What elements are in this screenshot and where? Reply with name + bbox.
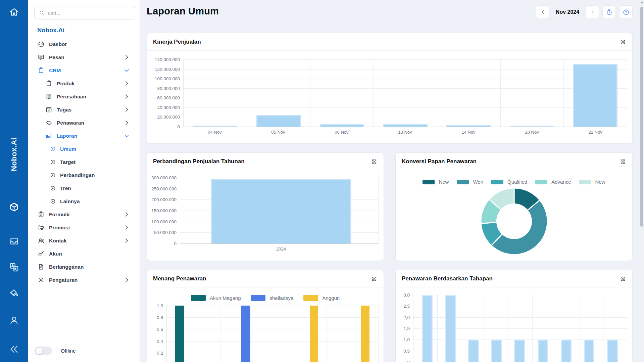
- building-icon: [45, 93, 52, 100]
- legend-item[interactable]: New: [579, 179, 605, 185]
- sidebar-item-crm[interactable]: CRM: [28, 64, 140, 77]
- gridline: [274, 306, 274, 362]
- collapse-sidebar-button[interactable]: [8, 343, 20, 355]
- period-controls: Nov 2024: [536, 5, 633, 19]
- sidebar-item-perusahaan[interactable]: Perusahaan: [28, 90, 140, 103]
- sidebar-item-formulir[interactable]: Formulir: [28, 208, 140, 221]
- y-tick: 0,5: [403, 348, 410, 353]
- timer-button[interactable]: [602, 5, 616, 19]
- bar[interactable]: [361, 306, 369, 362]
- gridline: [167, 329, 378, 329]
- bar[interactable]: [584, 340, 595, 362]
- help-button[interactable]: [619, 5, 633, 19]
- gridline: [184, 98, 627, 98]
- scrollbar-thumb[interactable]: [640, 7, 643, 227]
- legend-item[interactable]: Akun Magang: [191, 295, 241, 301]
- sidebar-item-label: Kontak: [49, 238, 67, 244]
- tahapan-chart: 3,02,52,01,51,00,50: [396, 287, 632, 362]
- bar[interactable]: [320, 124, 364, 127]
- sidebar-item-produk[interactable]: Produk: [28, 77, 140, 90]
- bar[interactable]: [491, 340, 502, 362]
- sidebar-item-tren[interactable]: Tren: [28, 182, 140, 195]
- sidebar-item-dasbor[interactable]: Dasbor: [28, 38, 140, 51]
- sidebar-item-kontak[interactable]: Kontak: [28, 234, 140, 247]
- next-month-button[interactable]: [586, 5, 599, 19]
- legend-label: New: [439, 179, 449, 185]
- expand-button[interactable]: [371, 275, 378, 282]
- scrollbar-up-arrow[interactable]: [641, 1, 643, 3]
- sidebar-item-penawaran[interactable]: Penawaran: [28, 116, 140, 129]
- sidebar-item-label: Laporan: [57, 133, 77, 139]
- legend-item[interactable]: Advance: [535, 179, 571, 185]
- sidebar-item-label: Berlangganan: [49, 264, 84, 270]
- legend-item[interactable]: Won: [457, 179, 483, 185]
- sidebar-item-umum[interactable]: Umum: [28, 142, 140, 155]
- bar[interactable]: [256, 115, 301, 127]
- search-input[interactable]: [48, 10, 132, 16]
- sidebar-item-perbandingan[interactable]: Perbandingan: [28, 169, 140, 182]
- sidebar-item-label: Promosi: [49, 225, 70, 231]
- sidebar-item-berlangganan[interactable]: Berlangganan: [28, 260, 140, 273]
- expand-button[interactable]: [620, 158, 626, 165]
- offline-toggle[interactable]: [35, 347, 52, 355]
- bar[interactable]: [241, 306, 250, 362]
- legend-item[interactable]: sheiladsya: [251, 295, 293, 301]
- y-tick: 150.000.000: [151, 208, 177, 213]
- legend-item[interactable]: Anggun: [303, 295, 340, 301]
- previous-month-button[interactable]: [536, 5, 549, 19]
- chevright-icon: [123, 106, 130, 113]
- y-tick: 0,6: [157, 327, 163, 332]
- home-button[interactable]: [8, 6, 20, 18]
- chevright-icon: [123, 119, 130, 126]
- gridline: [563, 59, 564, 127]
- bar[interactable]: [383, 124, 427, 127]
- bar[interactable]: [561, 340, 572, 362]
- card-title: Penawaran Berdasarkan Tahapan: [402, 275, 493, 282]
- bar[interactable]: [211, 179, 351, 243]
- y-tick: 0: [174, 241, 177, 246]
- search-box[interactable]: [34, 6, 136, 19]
- legend-swatch: [579, 180, 591, 184]
- y-tick: 200.000.000: [151, 197, 177, 202]
- page-title: Laporan Umum: [147, 6, 219, 17]
- bar[interactable]: [514, 340, 525, 362]
- bar[interactable]: [607, 340, 618, 362]
- sidebar-item-label: Akun: [49, 251, 62, 257]
- expand-button[interactable]: [371, 158, 378, 165]
- y-tick: 20.000.000: [157, 115, 180, 120]
- sidebar-item-pengaturan[interactable]: Pengaturan: [28, 273, 140, 286]
- bar[interactable]: [445, 295, 456, 362]
- sidebar-item-pesan[interactable]: Pesan: [28, 51, 140, 64]
- sidebar-item-lainnya[interactable]: Lainnya: [28, 195, 140, 208]
- nobox-logo-icon[interactable]: [8, 201, 20, 214]
- translate-button[interactable]: [8, 261, 20, 273]
- legend-label: Anggun: [322, 295, 340, 301]
- bar[interactable]: [310, 306, 318, 362]
- sidebar-item-laporan[interactable]: Laporan: [28, 129, 140, 142]
- gridline: [437, 295, 438, 362]
- bar[interactable]: [422, 295, 433, 362]
- vertical-scrollbar[interactable]: [639, 0, 644, 362]
- profile-button[interactable]: [8, 314, 20, 326]
- legend-item[interactable]: New: [423, 179, 449, 185]
- donut-chart: [480, 187, 549, 256]
- sidebar-item-target[interactable]: Target: [28, 155, 140, 169]
- sidebar-item-akun[interactable]: Akun: [28, 247, 140, 260]
- inbox-button[interactable]: [8, 235, 20, 247]
- y-tick: 50.000.000: [154, 230, 177, 235]
- sidebar-item-tugas[interactable]: Tugas: [28, 103, 140, 116]
- bar[interactable]: [573, 64, 617, 127]
- y-tick: 100.000.000: [155, 76, 180, 81]
- legend-item[interactable]: Qualified: [491, 179, 527, 185]
- paint-button[interactable]: [8, 287, 20, 300]
- y-tick: 0: [177, 124, 180, 129]
- gridline: [461, 295, 461, 362]
- card-konversi-papan-penawaran: Konversi Papan Penawaran NewWonQualified…: [395, 152, 633, 261]
- sidebar-item-promosi[interactable]: Promosi: [28, 221, 140, 234]
- offline-label: Offline: [61, 348, 76, 354]
- bar[interactable]: [175, 306, 184, 362]
- bar[interactable]: [538, 340, 548, 362]
- expand-button[interactable]: [620, 275, 626, 282]
- expand-button[interactable]: [620, 39, 626, 45]
- bar[interactable]: [468, 340, 479, 362]
